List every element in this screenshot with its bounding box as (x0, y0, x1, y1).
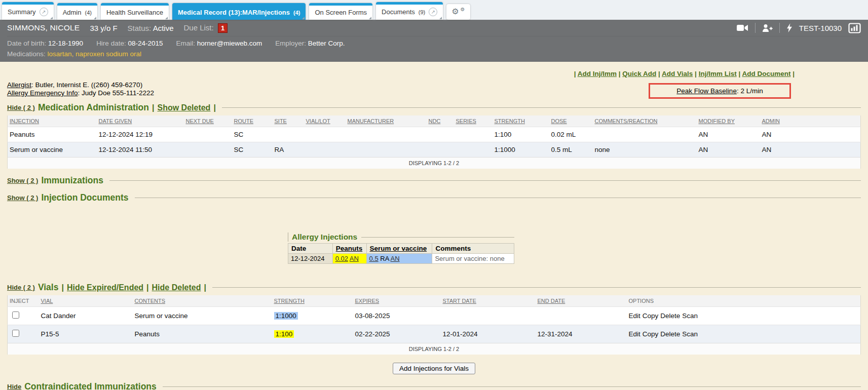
cell: Serum or vaccine (8, 142, 97, 158)
vial-inject-checkbox[interactable] (12, 330, 19, 337)
add-vials-link[interactable]: Add Vials (662, 70, 693, 77)
column-header[interactable]: INJECTION (8, 115, 97, 127)
delete-link[interactable]: Delete (660, 312, 680, 320)
column-header[interactable]: DATE GIVEN (97, 115, 184, 127)
tab-admin[interactable]: Admin (4) (57, 3, 97, 20)
due-list: Due List: 1 (184, 23, 228, 33)
column-header-serum[interactable]: Serum or vaccine (366, 244, 432, 254)
table-row: Serum or vaccine 12-12-2024 11:50 SC RA … (8, 142, 861, 158)
column-header[interactable]: CONTENTS (133, 295, 272, 307)
column-header[interactable]: MANUFACTURER (346, 115, 427, 127)
vial-options: EditCopyDeleteScan (627, 307, 861, 325)
tab-health-surveillance[interactable]: Health Surveillance (101, 3, 169, 20)
table-row: Peanuts 12-12-2024 12:19 SC 1:100 0.02 m… (8, 127, 861, 142)
allergist-link[interactable]: Allergist (7, 81, 31, 89)
tab-label: Medical Record (13):MAR/Injections (178, 9, 290, 16)
tab-count: (4) (85, 10, 91, 16)
button-row: Add Injections for Vials (7, 363, 861, 374)
column-header: OPTIONS (627, 295, 861, 307)
hide-toggle[interactable]: Hide ( 2 ) (7, 104, 35, 111)
tab-medical-record[interactable]: Medical Record (13):MAR/Injections (4) (172, 3, 306, 20)
column-header[interactable]: STRENGTH (272, 295, 353, 307)
scan-link[interactable]: Scan (682, 312, 698, 320)
tab-summary[interactable]: Summary ↗ (2, 2, 54, 20)
allergy-injections-panel: Allergy Injections Date Peanuts Serum or… (288, 232, 514, 264)
column-header[interactable]: SITE (273, 115, 304, 127)
tab-on-screen-forms[interactable]: On Screen Forms (309, 3, 372, 20)
site-code: RA (380, 255, 389, 262)
section-title: Allergy Injections (292, 232, 357, 242)
hide-toggle[interactable]: Hide ( 2 ) (7, 284, 35, 291)
injection-date: 12-12-2024 (288, 254, 333, 264)
cell: 1:100 (493, 127, 549, 142)
dose-link[interactable]: 0.5 (369, 255, 379, 262)
patient-name: SIMMONS, NICOLE (7, 23, 80, 32)
scan-link[interactable]: Scan (682, 330, 698, 338)
vial-strength: 1:1000 (274, 312, 298, 320)
lightning-bolt-icon[interactable] (786, 23, 792, 32)
column-header[interactable]: START DATE (441, 295, 536, 307)
due-list-badge[interactable]: 1 (218, 23, 228, 33)
column-header[interactable]: EXPIRES (353, 295, 441, 307)
add-person-icon[interactable] (762, 24, 773, 32)
vial-options: EditCopyDeleteScan (627, 325, 861, 343)
column-header[interactable]: NEXT DUE (184, 115, 232, 127)
paging-status: DISPLAYING 1-2 / 2 (8, 343, 861, 355)
settings-tab[interactable]: ⚙ ⚙ (446, 4, 470, 20)
hide-toggle[interactable]: Hide (7, 383, 21, 390)
table-header-row: Date Peanuts Serum or vaccine Comments (288, 244, 514, 254)
inj-imm-list-link[interactable]: Inj/Imm List (699, 70, 737, 77)
divider-line (361, 237, 514, 238)
copy-link[interactable]: Copy (643, 312, 659, 320)
column-header[interactable]: SERIES (454, 115, 493, 127)
table-row: P15-5 Peanuts 1:100 02-22-2025 12-01-202… (8, 325, 861, 343)
patient-demographics: Date of birth: 12-18-1990 Hire date: 08-… (7, 36, 861, 49)
popout-icon[interactable]: ↗ (40, 8, 48, 16)
tab-dropdown-indicator (94, 17, 96, 19)
edit-link[interactable]: Edit (629, 330, 640, 338)
column-header[interactable]: DOSE (549, 115, 593, 127)
cell (346, 127, 427, 142)
column-header-peanuts[interactable]: Peanuts (332, 244, 366, 254)
peak-flow-baseline-link[interactable]: Peak Flow Baseline (676, 87, 737, 95)
vial-inject-checkbox[interactable] (12, 311, 19, 319)
add-injections-for-vials-button[interactable]: Add Injections for Vials (393, 363, 475, 374)
show-deleted-link[interactable]: Show Deleted (157, 103, 210, 112)
column-header[interactable]: ADMIN (760, 115, 861, 127)
allergy-emergency-info-link[interactable]: Allergy Emergency Info (7, 89, 78, 97)
medication-link[interactable]: losartan, (48, 50, 74, 58)
cell (593, 127, 697, 142)
add-inj-imm-link[interactable]: Add Inj/Imm (578, 70, 617, 77)
initials-link[interactable]: AN (350, 255, 359, 262)
quick-add-link[interactable]: Quick Add (622, 70, 656, 77)
initials-link[interactable]: AN (391, 255, 400, 262)
edit-link[interactable]: Edit (629, 312, 640, 320)
column-header[interactable]: ROUTE (232, 115, 273, 127)
column-header[interactable]: END DATE (536, 295, 627, 307)
column-header[interactable]: VIAL (39, 295, 133, 307)
column-header[interactable]: MODIFIED BY (697, 115, 760, 127)
tab-label: Admin (63, 9, 82, 16)
copy-link[interactable]: Copy (643, 330, 659, 338)
column-header[interactable]: STRENGTH (493, 115, 549, 127)
dose-link[interactable]: 0.02 (335, 255, 348, 262)
column-header[interactable]: VIAL/LOT (304, 115, 346, 127)
column-header[interactable]: NDC (427, 115, 454, 127)
divider (779, 23, 780, 33)
popout-icon[interactable]: ↗ (429, 8, 437, 16)
tab-documents[interactable]: Documents (9) ↗ (376, 2, 443, 20)
delete-link[interactable]: Delete (660, 330, 680, 338)
hide-expired-ended-link[interactable]: Hide Expired/Ended (67, 283, 143, 292)
video-camera-icon[interactable] (737, 24, 748, 31)
vial-name: Cat Dander (39, 307, 133, 325)
vial-expires: 02-22-2025 (353, 325, 441, 343)
cell (304, 142, 346, 158)
show-toggle[interactable]: Show ( 2 ) (7, 194, 38, 202)
hide-deleted-link[interactable]: Hide Deleted (152, 283, 201, 292)
add-document-link[interactable]: Add Document (742, 70, 790, 77)
column-header[interactable]: COMMENTS/REACTION (593, 115, 697, 127)
section-title: Contraindicated Immunizations (24, 381, 157, 390)
bar-chart-icon[interactable] (848, 23, 861, 33)
show-toggle[interactable]: Show ( 2 ) (7, 177, 38, 184)
medication-link[interactable]: naproxen sodium oral (76, 50, 141, 58)
